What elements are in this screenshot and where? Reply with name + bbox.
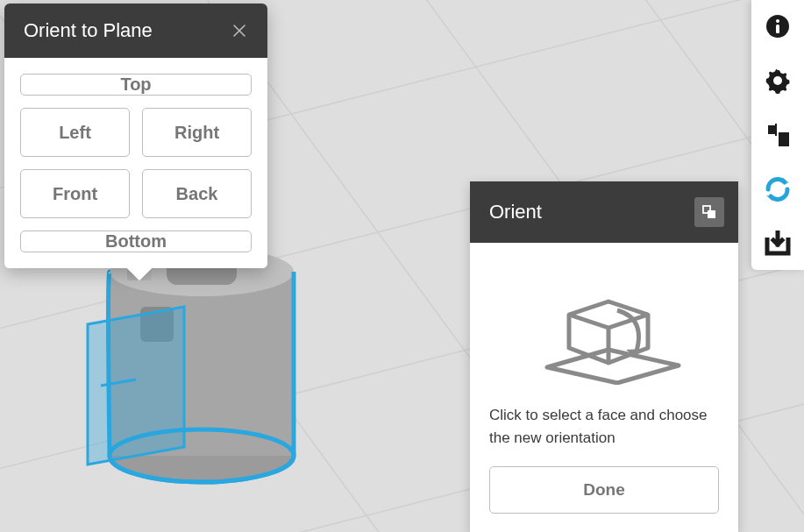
align-tool[interactable] bbox=[762, 119, 793, 151]
right-toolbar bbox=[751, 0, 804, 270]
orient-bottom-button[interactable]: Bottom bbox=[20, 231, 252, 252]
orient-top-button[interactable]: Top bbox=[20, 74, 252, 96]
close-button[interactable] bbox=[231, 22, 248, 39]
info-icon bbox=[765, 13, 791, 39]
collapse-button[interactable] bbox=[694, 197, 724, 227]
popover-body: Top Left Right Front Back Bottom bbox=[4, 58, 267, 268]
orient-left-button[interactable]: Left bbox=[20, 108, 130, 157]
panel-title: Orient bbox=[489, 201, 542, 223]
svg-rect-23 bbox=[779, 132, 789, 146]
popover-pointer bbox=[127, 268, 152, 280]
svg-rect-24 bbox=[775, 124, 777, 136]
info-tool[interactable] bbox=[762, 11, 793, 42]
instruction-text: Click to select a face and choose the ne… bbox=[489, 404, 719, 449]
orient-right-button[interactable]: Right bbox=[142, 108, 252, 157]
svg-rect-17 bbox=[708, 210, 715, 218]
svg-point-21 bbox=[773, 76, 782, 85]
refresh-icon bbox=[763, 174, 793, 204]
settings-tool[interactable] bbox=[762, 65, 793, 96]
close-icon bbox=[231, 23, 247, 39]
orient-front-button[interactable]: Front bbox=[20, 169, 130, 218]
popover-title: Orient to Plane bbox=[24, 19, 153, 42]
collapse-icon bbox=[701, 204, 717, 220]
orient-tool[interactable] bbox=[762, 174, 793, 205]
panel-header: Orient bbox=[470, 181, 738, 243]
svg-rect-20 bbox=[776, 25, 779, 33]
place-tool[interactable] bbox=[762, 228, 793, 259]
popover-header: Orient to Plane bbox=[4, 4, 267, 58]
orient-illustration bbox=[521, 262, 687, 385]
align-icon bbox=[765, 122, 791, 148]
orient-back-button[interactable]: Back bbox=[142, 169, 252, 218]
gear-icon bbox=[764, 67, 792, 95]
orient-to-plane-popover: Orient to Plane Top Left Right Front Bac… bbox=[4, 4, 267, 268]
place-icon bbox=[765, 231, 791, 257]
done-button[interactable]: Done bbox=[489, 466, 719, 514]
svg-point-19 bbox=[776, 19, 779, 23]
panel-body: Click to select a face and choose the ne… bbox=[470, 243, 738, 532]
orient-panel: Orient Click to select a face and choose… bbox=[470, 181, 738, 532]
